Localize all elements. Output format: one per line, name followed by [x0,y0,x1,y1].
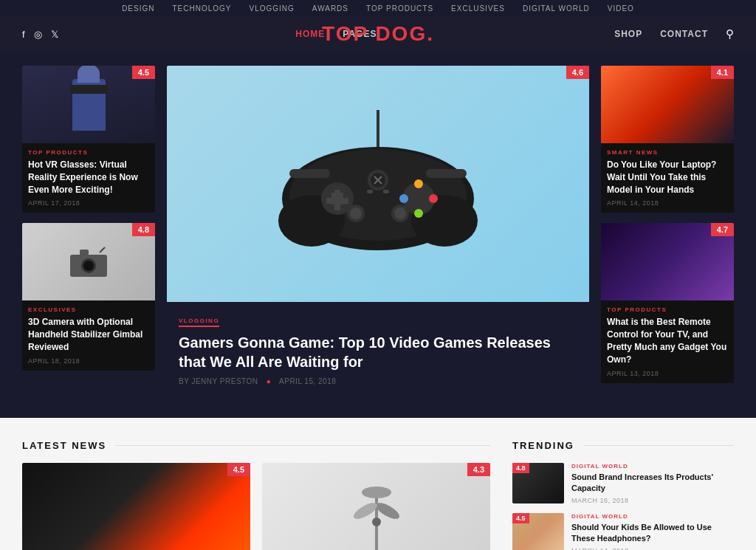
site-logo[interactable]: TOP DOG. [322,22,434,46]
hero-featured-author: By Jenny Preston [179,377,258,385]
svg-point-30 [362,487,391,498]
social-icons: f ◎ 𝕏 [22,29,58,40]
trending-item-sound[interactable]: 4.8 Digital World Sound Brand Increases … [512,463,734,504]
trending-info-headphones: Digital World Should Your Kids Be Allowe… [571,513,734,550]
news-card-gadget-rating: 4.3 [467,463,490,476]
top-nav-video[interactable]: Video [608,4,634,13]
svg-rect-3 [80,250,89,255]
latest-news-section: Latest News 4.5 [22,440,490,550]
hero-card-vr[interactable]: 4.5 Top Products Hot VR Glasses: Virtual… [22,66,155,213]
vr-figure [72,79,106,131]
hero-featured-card[interactable]: 4.6 Vlogging Gamers Gonna Game: Top 10 V… [167,66,589,396]
top-nav-digital-world[interactable]: Digital World [523,4,590,13]
news-grid: 4.5 4.3 [22,463,490,550]
hero-featured-title: Gamers Gonna Game: Top 10 Video Games Re… [179,333,577,371]
hero-card-camera-rating: 4.8 [132,223,155,236]
hero-card-vr-body: Top Products Hot VR Glasses: Virtual Rea… [22,143,155,213]
trending-header: Trending [512,440,734,451]
hero-card-laptop[interactable]: 4.1 Smart News Do You Like Your Laptop? … [601,66,734,213]
hero-card-laptop-category: Smart News [607,149,728,156]
news-card-phone[interactable]: 4.5 [22,463,250,550]
trending-thumb-headphones: 4.5 [512,513,564,550]
hero-card-laptop-body: Smart News Do You Like Your Laptop? Wait… [601,143,734,213]
trending-thumb-sound: 4.8 [512,463,564,503]
top-nav-technology[interactable]: Technology [172,4,231,13]
trending-info-sound: Digital World Sound Brand Increases Its … [571,463,734,504]
right-nav: Shop Contact ⚲ [614,27,734,41]
hero-card-vr-category: Top Products [28,149,149,156]
hero-card-camera-image: 4.8 [22,223,155,300]
trending-item-headphones-category: Digital World [571,513,734,520]
hero-featured-image: 4.6 [167,66,589,302]
nav-contact[interactable]: Contact [660,29,708,39]
instagram-icon[interactable]: ◎ [34,29,42,40]
svg-rect-12 [334,190,340,210]
trending-item-headphones-rating: 4.5 [512,513,529,523]
twitter-icon[interactable]: 𝕏 [51,29,58,40]
trending-item-sound-rating: 4.8 [512,463,529,473]
hero-card-camera-date: April 18, 2018 [28,357,149,365]
trending-divider [583,445,734,446]
hero-card-camera-category: Exclusives [28,306,149,313]
top-nav: Design Technology Vlogging Awards Top Pr… [0,4,756,13]
hero-card-remote-body: Top Products What is the Best Remote Con… [601,300,734,382]
hero-card-vr-title: Hot VR Glasses: Virtual Reality Experien… [28,159,149,196]
top-nav-vlogging[interactable]: Vlogging [250,4,295,13]
top-nav-awards[interactable]: Awards [312,4,348,13]
hero-left-col: 4.5 Top Products Hot VR Glasses: Virtual… [22,66,155,396]
nav-shop[interactable]: Shop [614,29,642,39]
header: f ◎ 𝕏 Home Pages TOP DOG. Shop Contact ⚲ [0,17,756,51]
hero-card-vr-date: April 17, 2018 [28,199,149,207]
svg-point-33 [372,518,381,526]
gadget-image-bg [262,463,490,550]
news-card-phone-image: 4.5 [22,463,250,550]
hero-card-laptop-title: Do You Like Your Laptop? Wait Until You … [607,159,728,196]
hero-card-camera-body: Exclusives 3D Camera with Optional Handh… [22,300,155,370]
svg-point-21 [350,207,362,219]
svg-line-4 [100,247,105,252]
svg-point-14 [414,179,423,188]
hero-card-vr-rating: 4.5 [132,66,155,79]
phone-image-bg [22,463,250,550]
hero-featured-body: Vlogging Gamers Gonna Game: Top 10 Video… [167,302,589,396]
facebook-icon[interactable]: f [22,29,25,40]
hero-featured-date: April 15, 2018 [279,377,336,385]
trending-item-headphones[interactable]: 4.5 Digital World Should Your Kids Be Al… [512,513,734,550]
trending-list: 4.8 Digital World Sound Brand Increases … [512,463,734,550]
hero-card-laptop-rating: 4.1 [711,66,734,79]
main-content: Latest News 4.5 [0,418,756,550]
trending-item-sound-date: March 16, 2018 [571,497,734,504]
nav-home[interactable]: Home [295,29,325,39]
hero-card-remote-rating: 4.7 [711,223,734,236]
controller-svg [267,110,489,258]
svg-point-23 [394,207,406,219]
hero-card-remote[interactable]: 4.7 Top Products What is the Best Remote… [601,223,734,382]
hero-featured-category: Vlogging [179,317,219,327]
svg-point-15 [414,209,423,218]
trending-title: Trending [512,440,574,451]
hero-card-laptop-image: 4.1 [601,66,734,143]
top-nav-top-products[interactable]: Top Products [366,4,433,13]
camera-svg [66,244,111,281]
trending-item-sound-title: Sound Brand Increases Its Products' Capa… [571,472,734,495]
logo-dot: . [427,22,434,45]
news-card-phone-rating: 4.5 [227,463,250,476]
news-card-gadget[interactable]: 4.3 [262,463,490,550]
top-nav-design[interactable]: Design [122,4,154,13]
news-card-gadget-image: 4.3 [262,463,490,550]
trending-item-headphones-date: March 14, 2018 [571,547,734,550]
search-icon[interactable]: ⚲ [726,27,734,41]
logo-text: TOP DOG [322,22,427,45]
top-bar: Design Technology Vlogging Awards Top Pr… [0,0,756,17]
hero-section: 4.5 Top Products Hot VR Glasses: Virtual… [0,51,756,418]
hero-card-vr-image: 4.5 [22,66,155,143]
trending-section: Trending 4.8 Digital World Sound Brand I… [512,440,734,550]
svg-rect-27 [426,169,467,178]
hero-card-remote-title: What is the Best Remote Control for Your… [607,316,728,365]
top-nav-exclusives[interactable]: Exclusives [451,4,505,13]
latest-news-divider [115,445,490,446]
controller-bg [167,66,589,302]
latest-news-title: Latest News [22,440,106,451]
svg-rect-26 [289,169,330,178]
hero-card-camera[interactable]: 4.8 Exclusives 3D Camera with Optional H… [22,223,155,370]
